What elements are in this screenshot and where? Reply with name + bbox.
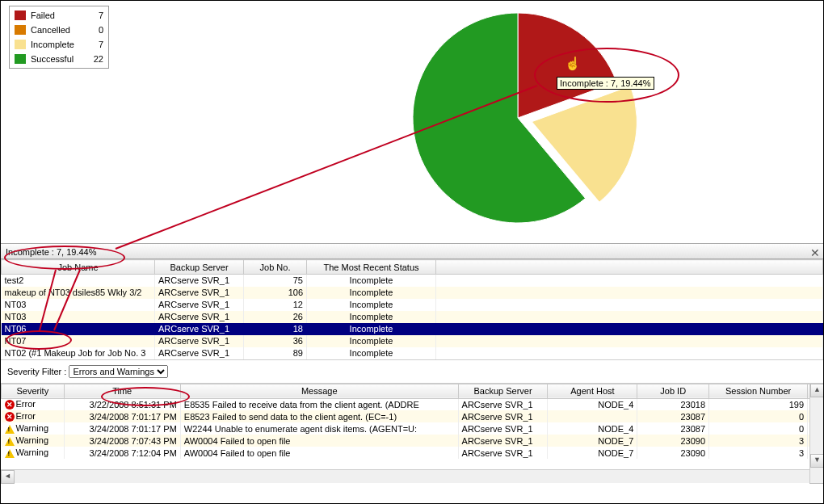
chart-area: Failed7Cancelled0Incomplete7Successful22… — [1, 1, 823, 243]
cell-job-name: NT02 (#1 Makeup Job for Job No. 3 — [2, 347, 155, 359]
cell-agent-host: NODE_4 — [548, 398, 637, 410]
legend-label: Successful — [31, 54, 89, 64]
cell-status: Incomplete — [307, 299, 436, 311]
table-row[interactable]: ✕Error3/24/2008 7:01:17 PME8523 Failed t… — [2, 410, 823, 422]
table-row[interactable]: NT06ARCserve SVR_118Incomplete — [2, 323, 823, 335]
legend-count: 7 — [89, 40, 103, 49]
table-row[interactable]: NT03ARCserve SVR_126Incomplete — [2, 311, 823, 323]
log-col-header[interactable]: Severity — [2, 384, 65, 398]
cell-backup-server: ARCserve SVR_1 — [155, 287, 244, 299]
error-icon: ✕ — [5, 412, 15, 422]
cell-job-no: 18 — [244, 323, 307, 335]
legend-label: Failed — [31, 10, 89, 20]
legend-item[interactable]: Cancelled0 — [11, 23, 107, 37]
pie-chart[interactable] — [405, 5, 663, 241]
table-row[interactable]: Warning3/24/2008 7:07:43 PMAW0004 Failed… — [2, 435, 823, 447]
cell-severity: Warning — [2, 422, 65, 435]
table-row[interactable]: NT02 (#1 Makeup Job for Job No. 3ARCserv… — [2, 347, 823, 359]
cell-status: Incomplete — [307, 347, 436, 359]
cell-job-name: NT03 — [2, 311, 155, 323]
cell-job-id: 23090 — [637, 435, 709, 447]
jobs-col-header[interactable]: Job No. — [244, 260, 307, 275]
cell-session-number: 3 — [709, 447, 808, 459]
cell-job-id: 23018 — [637, 398, 709, 410]
close-icon[interactable]: ✕ — [810, 245, 820, 261]
log-col-header[interactable]: Session Number — [709, 384, 808, 398]
log-col-header[interactable]: Job ID — [637, 384, 709, 398]
cell-status: Incomplete — [307, 287, 436, 299]
cell-filler — [436, 311, 823, 323]
table-row[interactable]: NT03ARCserve SVR_112Incomplete — [2, 299, 823, 311]
legend-count: 22 — [89, 54, 103, 64]
table-row[interactable]: ✕Error3/22/2008 8:51:31 PME8535 Failed t… — [2, 398, 823, 410]
cell-time: 3/22/2008 8:51:31 PM — [64, 398, 180, 410]
legend-count: 7 — [89, 10, 103, 20]
cell-message: E8535 Failed to receive data from the cl… — [180, 398, 458, 410]
jobs-col-header[interactable]: Job Name — [2, 260, 155, 275]
legend-item[interactable]: Incomplete7 — [11, 37, 107, 52]
scroll-left-button[interactable]: ◄ — [1, 470, 15, 484]
legend-label: Incomplete — [31, 40, 89, 49]
cell-status: Incomplete — [307, 335, 436, 347]
cell-severity: Warning — [2, 435, 65, 447]
severity-filter-label: Severity Filter : — [7, 367, 66, 376]
legend-label: Cancelled — [31, 25, 89, 35]
table-row[interactable]: makeup of NT03 dsiles85 Wkly 3/2ARCserve… — [2, 287, 823, 299]
log-col-header[interactable]: Agent Host — [548, 384, 637, 398]
cell-job-no: 36 — [244, 335, 307, 347]
cell-backup-server: ARCserve SVR_1 — [155, 275, 244, 287]
legend-swatch — [15, 10, 26, 20]
table-row[interactable]: Warning3/24/2008 7:12:04 PMAW0004 Failed… — [2, 447, 823, 459]
table-row[interactable]: NT07ARCserve SVR_136Incomplete — [2, 335, 823, 347]
cell-job-id: 23090 — [637, 447, 709, 459]
legend-item[interactable]: Successful22 — [11, 52, 107, 66]
cell-backup-server: ARCserve SVR_1 — [458, 422, 548, 435]
scroll-up-button[interactable]: ▲ — [810, 384, 824, 397]
jobs-col-header[interactable]: Backup Server — [155, 260, 244, 275]
table-row[interactable]: Warning3/24/2008 7:01:17 PMW2244 Unable … — [2, 422, 823, 435]
cell-job-name: NT03 — [2, 299, 155, 311]
cell-backup-server: ARCserve SVR_1 — [155, 311, 244, 323]
cell-message: W2244 Unable to enumerate agent disk ite… — [180, 422, 458, 435]
warning-icon — [5, 425, 15, 434]
cell-job-no: 26 — [244, 311, 307, 323]
log-col-header[interactable]: Backup Server — [458, 384, 548, 398]
cell-job-no: 75 — [244, 275, 307, 287]
cell-job-name: NT06 — [2, 323, 155, 335]
jobs-col-header[interactable]: The Most Recent Status — [307, 260, 436, 275]
cell-filler — [436, 287, 823, 299]
scroll-down-button[interactable]: ▼ — [810, 454, 824, 468]
cell-time: 3/24/2008 7:01:17 PM — [64, 422, 180, 435]
legend-item[interactable]: Failed7 — [11, 8, 107, 23]
cell-backup-server: ARCserve SVR_1 — [155, 299, 244, 311]
log-table[interactable]: SeverityTimeMessageBackup ServerAgent Ho… — [1, 384, 823, 460]
cell-filler — [436, 335, 823, 347]
cell-time: 3/24/2008 7:01:17 PM — [64, 410, 180, 422]
severity-filter-bar: Severity Filter : Errors and Warnings — [1, 359, 823, 383]
cell-job-name: test2 — [2, 275, 155, 287]
cell-severity: ✕Error — [2, 398, 65, 410]
cell-time: 3/24/2008 7:12:04 PM — [64, 447, 180, 459]
cell-status: Incomplete — [307, 323, 436, 335]
cell-status: Incomplete — [307, 311, 436, 323]
cell-backup-server: ARCserve SVR_1 — [458, 410, 548, 422]
cell-session-number: 199 — [709, 398, 808, 410]
cell-message: AW0004 Failed to open file — [180, 447, 458, 459]
cell-agent-host: NODE_7 — [548, 435, 637, 447]
jobs-table[interactable]: Job NameBackup ServerJob No.The Most Rec… — [1, 259, 823, 359]
cell-session-number: 0 — [709, 422, 808, 435]
warning-icon — [5, 449, 15, 458]
log-col-header[interactable]: Message — [180, 384, 458, 398]
cell-session-number: 3 — [709, 435, 808, 447]
chart-tooltip: Incomplete : 7, 19.44% — [557, 77, 654, 90]
severity-filter-select[interactable]: Errors and Warnings — [69, 365, 168, 378]
section-title-text: Incomplete : 7, 19.44% — [6, 247, 97, 257]
log-col-header[interactable]: Time — [64, 384, 180, 398]
legend-swatch — [15, 40, 26, 49]
log-panel: SeverityTimeMessageBackup ServerAgent Ho… — [1, 383, 823, 483]
cell-job-name: NT07 — [2, 335, 155, 347]
horizontal-scrollbar[interactable]: ◄ ► — [1, 469, 823, 483]
table-row[interactable]: test2ARCserve SVR_175Incomplete — [2, 275, 823, 287]
cell-message: E8523 Failed to send data to the client … — [180, 410, 458, 422]
vertical-scrollbar[interactable]: ▲ ▼ — [809, 384, 823, 483]
